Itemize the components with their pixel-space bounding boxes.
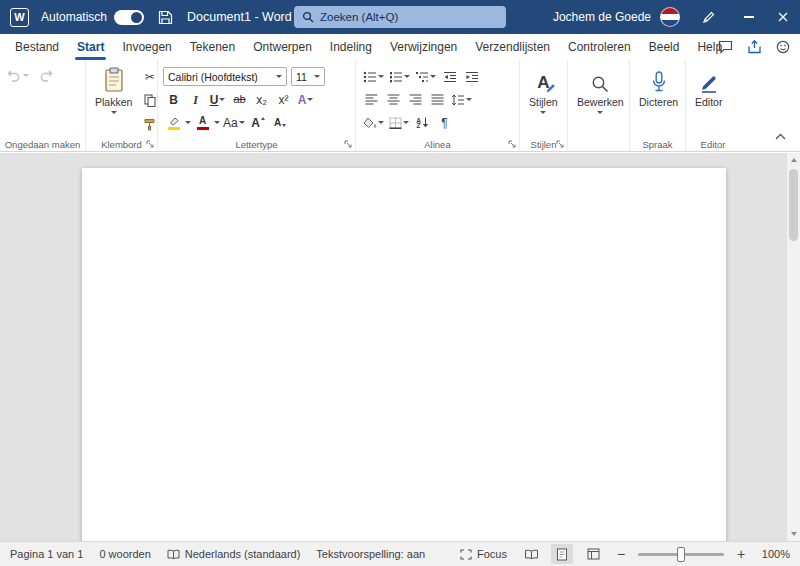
- grow-font-button[interactable]: A: [248, 112, 269, 133]
- tab-controleren[interactable]: Controleren: [559, 34, 640, 60]
- focus-button[interactable]: Focus: [460, 548, 507, 560]
- ink-pen-button[interactable]: [702, 10, 716, 24]
- search-input[interactable]: [320, 11, 480, 23]
- tab-verwijzingen[interactable]: Verwijzingen: [381, 34, 466, 60]
- ribbon-group-editing: Bewerken: [568, 60, 630, 151]
- line-spacing-icon: [451, 94, 465, 106]
- multilevel-list-button[interactable]: [413, 66, 438, 87]
- word-count[interactable]: 0 woorden: [99, 548, 150, 560]
- paragraph-dialog-launcher[interactable]: [506, 138, 517, 149]
- italic-button[interactable]: I: [185, 89, 206, 110]
- zoom-level[interactable]: 100%: [758, 548, 790, 560]
- autosave-toggle[interactable]: [114, 10, 144, 25]
- font-name-select[interactable]: Calibri (Hoofdtekst): [163, 67, 287, 86]
- font-color-bar: [197, 127, 209, 130]
- paste-button[interactable]: Plakken: [91, 65, 136, 133]
- undo-button[interactable]: [5, 65, 31, 86]
- bold-button[interactable]: B: [163, 89, 184, 110]
- search-box[interactable]: [294, 6, 506, 28]
- collapse-ribbon-button[interactable]: [773, 126, 788, 145]
- paste-icon: [103, 67, 125, 93]
- page-indicator[interactable]: Pagina 1 van 1: [10, 548, 83, 560]
- highlight-button[interactable]: [163, 112, 184, 133]
- font-dialog-launcher[interactable]: [342, 138, 353, 149]
- font-color-dropdown-icon[interactable]: [214, 121, 220, 124]
- styles-dialog-launcher[interactable]: [554, 138, 565, 149]
- styles-button[interactable]: A Stijlen: [525, 65, 562, 133]
- title-bar: W Automatisch Document1 - Word Jochem de…: [0, 0, 800, 34]
- strikethrough-button[interactable]: ab: [229, 89, 250, 110]
- clipboard-dialog-launcher[interactable]: [144, 138, 155, 149]
- editor-button[interactable]: Editor: [691, 65, 726, 133]
- zoom-out-button[interactable]: −: [613, 546, 629, 562]
- align-right-button[interactable]: [405, 89, 426, 110]
- zoom-slider-thumb[interactable]: [677, 547, 685, 562]
- tab-tekenen[interactable]: Tekenen: [181, 34, 244, 60]
- tab-invoegen[interactable]: Invoegen: [113, 34, 180, 60]
- shrink-font-button[interactable]: A: [270, 112, 291, 133]
- font-color-button[interactable]: A: [192, 112, 213, 133]
- show-marks-button[interactable]: ¶: [434, 112, 455, 133]
- close-button[interactable]: [766, 0, 800, 34]
- subscript-button[interactable]: x₂: [251, 89, 272, 110]
- redo-icon: [38, 69, 53, 82]
- text-effects-dropdown-icon: [307, 98, 313, 101]
- tab-beeld[interactable]: Beeld: [640, 34, 689, 60]
- dictate-mic-icon: [651, 71, 667, 93]
- dictate-button[interactable]: Dicteren: [635, 65, 682, 133]
- vertical-scrollbar[interactable]: [786, 153, 800, 541]
- font-size-select[interactable]: 11: [291, 67, 325, 86]
- increase-indent-button[interactable]: [461, 66, 482, 87]
- redo-button[interactable]: [35, 65, 56, 86]
- editing-button[interactable]: Bewerken: [573, 65, 628, 133]
- web-layout-button[interactable]: [582, 544, 604, 564]
- scrollbar-thumb[interactable]: [789, 169, 798, 241]
- superscript-button[interactable]: x²: [273, 89, 294, 110]
- tab-bestand[interactable]: Bestand: [6, 34, 68, 60]
- comments-icon[interactable]: [718, 40, 733, 54]
- underline-button[interactable]: U: [207, 89, 228, 110]
- font-size-dropdown-icon: [314, 75, 320, 78]
- read-mode-button[interactable]: [520, 544, 542, 564]
- document-title[interactable]: Document1 - Word: [187, 10, 292, 24]
- user-avatar[interactable]: [660, 7, 680, 27]
- ribbon-group-font: Calibri (Hoofdtekst) 11 B I U ab x₂ x² A: [158, 60, 356, 151]
- align-center-button[interactable]: [383, 89, 404, 110]
- ribbon-group-undo: Ongedaan maken: [0, 60, 86, 151]
- text-effects-button[interactable]: A: [295, 89, 316, 110]
- font-color-letter: A: [199, 116, 206, 126]
- word-app-icon[interactable]: W: [10, 8, 29, 27]
- collapse-ribbon-icon: [775, 133, 786, 140]
- numbering-icon: [389, 71, 403, 83]
- scroll-up-button[interactable]: [787, 153, 800, 167]
- justify-button[interactable]: [427, 89, 448, 110]
- highlight-dropdown-icon[interactable]: [185, 121, 191, 124]
- feedback-smiley-icon[interactable]: [776, 40, 790, 54]
- account-name[interactable]: Jochem de Goede: [553, 10, 651, 24]
- zoom-slider[interactable]: [638, 553, 724, 556]
- save-button[interactable]: [158, 10, 173, 25]
- tab-ontwerpen[interactable]: Ontwerpen: [244, 34, 321, 60]
- decrease-indent-button[interactable]: [439, 66, 460, 87]
- text-prediction-indicator[interactable]: Tekstvoorspelling: aan: [316, 548, 425, 560]
- document-area: [0, 153, 800, 541]
- tab-verzendlijsten[interactable]: Verzendlijsten: [466, 34, 559, 60]
- tab-indeling[interactable]: Indeling: [321, 34, 381, 60]
- tab-start[interactable]: Start: [68, 34, 113, 60]
- borders-button[interactable]: [387, 112, 411, 133]
- line-spacing-button[interactable]: [449, 89, 474, 110]
- share-icon[interactable]: [747, 40, 762, 54]
- numbering-button[interactable]: [387, 66, 412, 87]
- change-case-button[interactable]: Aa: [221, 112, 247, 133]
- copy-icon: [144, 94, 156, 107]
- zoom-in-button[interactable]: +: [733, 546, 749, 562]
- minimize-button[interactable]: [732, 0, 766, 34]
- shading-button[interactable]: [361, 112, 386, 133]
- document-page[interactable]: [82, 168, 726, 566]
- scroll-down-button[interactable]: [787, 527, 800, 541]
- print-layout-button[interactable]: [551, 544, 573, 564]
- language-indicator[interactable]: Nederlands (standaard): [167, 548, 301, 560]
- sort-button[interactable]: A Z: [412, 112, 433, 133]
- bullets-button[interactable]: [361, 66, 386, 87]
- align-left-button[interactable]: [361, 89, 382, 110]
